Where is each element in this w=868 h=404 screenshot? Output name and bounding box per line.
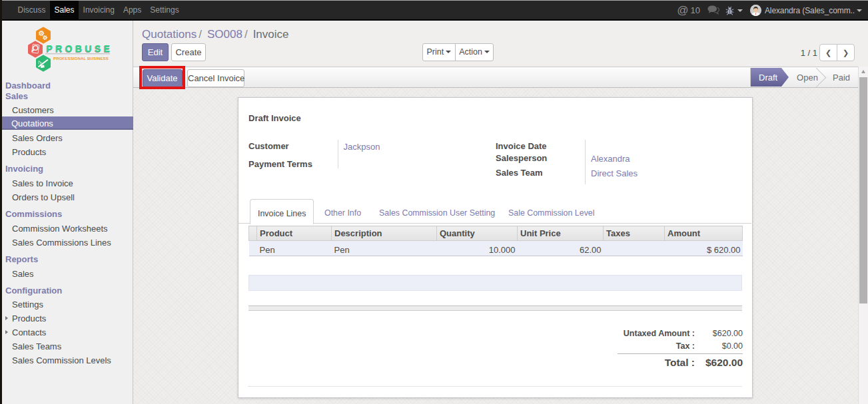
invoice-lines-table: Product Description Quantity Unit Price … (248, 226, 743, 256)
amount-cell: $ 620.00 (665, 241, 743, 256)
breadcrumb-invoice: Invoice (253, 28, 289, 41)
notes-field[interactable] (248, 275, 742, 291)
status-draft[interactable]: Draft (751, 68, 789, 87)
scrollbar-up-arrow[interactable] (859, 67, 868, 77)
salesperson-value[interactable]: Alexandra (591, 154, 630, 164)
action-caret-icon (484, 51, 490, 53)
tab-invoice-lines[interactable]: Invoice Lines (250, 199, 314, 224)
left-sidebar: PROBUSE PROBUSE PROFESSIONAL BUSINESS Da… (0, 21, 133, 404)
amount-column-header[interactable]: Amount (665, 226, 743, 241)
untaxed-amount-label: Untaxed Amount : (624, 327, 695, 340)
menu-apps[interactable]: Apps (119, 1, 145, 19)
sidebar-item-quotations[interactable]: Quotations (1, 116, 133, 130)
logo-brand: PROBUSE (47, 43, 113, 54)
sidebar-item-configuration-head[interactable]: Configuration (2, 286, 133, 296)
user-avatar[interactable] (750, 5, 761, 16)
print-caret-icon (446, 51, 451, 53)
breadcrumb-so008[interactable]: SO008 (207, 28, 242, 41)
product-cell: Pen (257, 241, 332, 256)
user-name[interactable]: Alexandra (Sales_comm.. (765, 6, 855, 15)
status-paid[interactable]: Paid (826, 68, 857, 87)
tax-value: $0.00 (695, 340, 743, 353)
menu-sales[interactable]: Sales (50, 1, 79, 19)
sidebar-item-sales-to-invoice[interactable]: Sales to Invoice (2, 176, 133, 190)
sidebar-item-sales-orders[interactable]: Sales Orders (2, 131, 133, 145)
sidebar-item-commissions-head[interactable]: Commissions (2, 209, 133, 220)
untaxed-amount-row: Untaxed Amount : $620.00 (590, 327, 743, 340)
status-widget: Draft Open Paid (750, 68, 857, 87)
product-column-header[interactable]: Product (257, 226, 332, 241)
scrollbar-thumb[interactable] (859, 77, 867, 303)
tax-label: Tax : (676, 340, 695, 353)
sheet-title: Draft Invoice (248, 113, 301, 123)
sidebar-item-orders-to-upsell[interactable]: Orders to Upsell (2, 190, 133, 204)
create-button[interactable]: Create (171, 43, 206, 61)
sidebar-item-config-products[interactable]: Products (2, 311, 133, 325)
total-label: Total : (665, 355, 695, 371)
payment-terms-label: Payment Terms (248, 159, 312, 169)
tax-row: Tax : $0.00 (590, 340, 743, 353)
invoice-sheet: Draft Invoice Customer Jackpson Payment … (238, 97, 753, 398)
print-dropdown-button[interactable]: Print (422, 43, 456, 61)
sheet-bottom-line (248, 386, 742, 387)
edit-button[interactable]: Edit (142, 43, 169, 61)
invoice-date-label: Invoice Date (496, 141, 547, 151)
total-value: $620.00 (695, 355, 743, 371)
sidebar-item-dashboard[interactable]: Dashboard (2, 81, 133, 91)
sales-team-label: Sales Team (496, 168, 543, 178)
sidebar-item-config-contacts[interactable]: Contacts (2, 325, 133, 339)
taxes-column-header[interactable]: Taxes (604, 226, 665, 241)
cancel-invoice-button[interactable]: Cancel Invoice (187, 69, 244, 87)
sidebar-item-customers[interactable]: Customers (2, 103, 133, 117)
sidebar-item-invoicing-head[interactable]: Invoicing (2, 164, 133, 174)
tab-sale-commission-level[interactable]: Sale Commission Level (508, 199, 594, 224)
probuse-logo[interactable]: PROBUSE PROBUSE PROFESSIONAL BUSINESS (24, 26, 112, 77)
tab-sales-commission-user-setting[interactable]: Sales Commission User Setting (379, 199, 495, 224)
pager-next-button[interactable]: ❯ (837, 44, 855, 61)
menu-invoicing[interactable]: Invoicing (79, 1, 119, 19)
user-menu-caret-icon (857, 9, 862, 12)
action-label: Action (459, 47, 482, 57)
debug-bug-icon[interactable] (725, 6, 734, 15)
logo-tagline: PROFESSIONAL BUSINESS (53, 56, 109, 61)
customer-value[interactable]: Jackpson (344, 142, 380, 152)
description-column-header[interactable]: Description (332, 226, 437, 241)
sidebar-item-sales-head[interactable]: Sales (2, 91, 133, 102)
sidebar-item-sales-commission-levels[interactable]: Sales Commission Levels (2, 353, 133, 367)
sidebar-item-reports-head[interactable]: Reports (2, 254, 133, 265)
sidebar-item-products[interactable]: Products (2, 145, 133, 159)
row-handle-cell (249, 241, 257, 256)
untaxed-amount-value: $620.00 (695, 327, 743, 340)
control-panel-buttons: Edit Create (142, 43, 206, 61)
field-separator (338, 140, 338, 168)
unit-price-column-header[interactable]: Unit Price (518, 226, 604, 241)
messages-chat-icon[interactable] (707, 5, 719, 15)
total-separator-line (618, 353, 743, 354)
vertical-scrollbar[interactable] (858, 67, 868, 404)
breadcrumb-separator: / (197, 28, 207, 41)
sidebar-item-label: Contacts (12, 327, 46, 337)
sidebar-item-sales-teams[interactable]: Sales Teams (2, 339, 133, 353)
sidebar-item-settings[interactable]: Settings (2, 298, 133, 311)
debug-caret-icon (737, 9, 743, 12)
up-triangle-icon (861, 70, 865, 73)
menu-discuss[interactable]: Discuss (13, 1, 50, 19)
mentions-count: 10 (690, 5, 699, 15)
action-dropdown-button[interactable]: Action (455, 43, 494, 61)
sidebar-item-sales-commissions-lines[interactable]: Sales Commissions Lines (2, 236, 133, 250)
menu-settings[interactable]: Settings (146, 1, 183, 19)
expand-caret-icon[interactable] (5, 330, 8, 334)
invoice-line-row[interactable]: Pen Pen 10.000 62.00 $ 620.00 (249, 241, 743, 256)
quantity-column-header[interactable]: Quantity (437, 226, 518, 241)
sidebar-item-commission-worksheets[interactable]: Commission Worksheets (2, 222, 133, 236)
expand-caret-icon[interactable] (5, 316, 8, 320)
pager-counter: 1 / 1 (797, 48, 817, 58)
sidebar-item-reports-sales[interactable]: Sales (2, 267, 133, 281)
pager-previous-button[interactable]: ❮ (819, 44, 837, 61)
tab-other-info[interactable]: Other Info (324, 199, 361, 224)
total-row: Total : $620.00 (590, 355, 743, 371)
mentions-at-icon[interactable]: @ (677, 4, 688, 17)
sales-team-value[interactable]: Direct Sales (591, 168, 638, 178)
breadcrumb-quotations[interactable]: Quotations (142, 28, 197, 41)
sidebar-item-label: Products (12, 313, 46, 323)
